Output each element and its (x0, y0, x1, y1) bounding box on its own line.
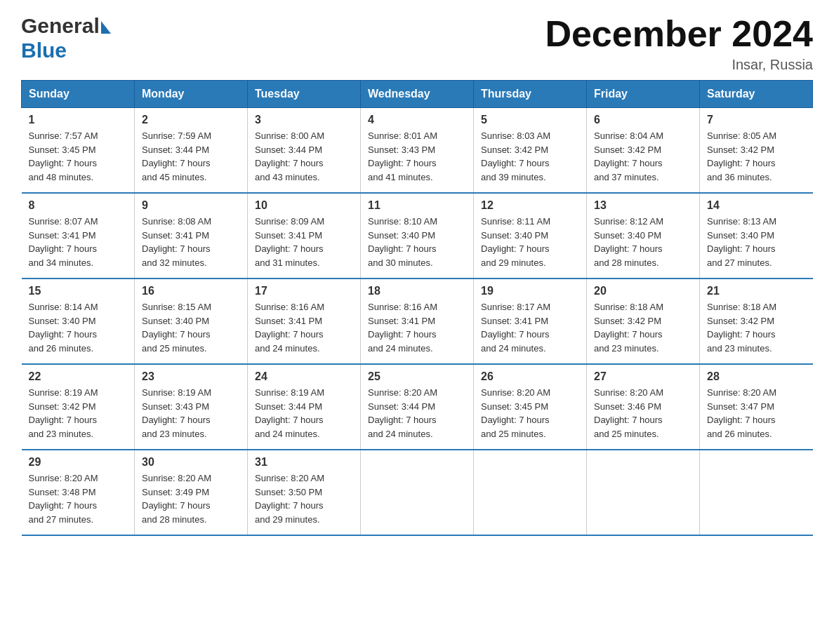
day-info: Sunrise: 8:03 AMSunset: 3:42 PMDaylight:… (481, 129, 579, 184)
day-info: Sunrise: 8:17 AMSunset: 3:41 PMDaylight:… (481, 300, 579, 355)
day-number: 28 (707, 370, 806, 383)
day-info: Sunrise: 8:05 AMSunset: 3:42 PMDaylight:… (707, 129, 806, 184)
day-cell: 25Sunrise: 8:20 AMSunset: 3:44 PMDayligh… (361, 364, 474, 450)
header-tuesday: Tuesday (248, 81, 361, 108)
logo-blue-text: Blue (21, 39, 67, 62)
calendar-table: SundayMondayTuesdayWednesdayThursdayFrid… (21, 80, 813, 536)
day-info: Sunrise: 8:15 AMSunset: 3:40 PMDaylight:… (142, 300, 240, 355)
day-info: Sunrise: 8:16 AMSunset: 3:41 PMDaylight:… (255, 300, 353, 355)
day-number: 26 (481, 370, 579, 383)
day-info: Sunrise: 8:20 AMSunset: 3:48 PMDaylight:… (29, 471, 128, 526)
day-info: Sunrise: 8:19 AMSunset: 3:43 PMDaylight:… (142, 386, 240, 441)
day-cell: 22Sunrise: 8:19 AMSunset: 3:42 PMDayligh… (22, 364, 135, 450)
day-cell: 18Sunrise: 8:16 AMSunset: 3:41 PMDayligh… (361, 279, 474, 364)
day-number: 24 (255, 370, 353, 383)
day-info: Sunrise: 8:20 AMSunset: 3:50 PMDaylight:… (255, 471, 353, 526)
day-cell: 2Sunrise: 7:59 AMSunset: 3:44 PMDaylight… (135, 108, 248, 194)
day-info: Sunrise: 8:10 AMSunset: 3:40 PMDaylight:… (368, 215, 466, 269)
day-cell (474, 450, 587, 535)
day-cell: 6Sunrise: 8:04 AMSunset: 3:42 PMDaylight… (587, 108, 700, 194)
day-info: Sunrise: 8:07 AMSunset: 3:41 PMDaylight:… (29, 215, 128, 269)
day-cell: 23Sunrise: 8:19 AMSunset: 3:43 PMDayligh… (135, 364, 248, 450)
day-number: 21 (707, 285, 806, 297)
day-cell: 4Sunrise: 8:01 AMSunset: 3:43 PMDaylight… (361, 108, 474, 194)
day-number: 31 (255, 456, 353, 469)
week-row-5: 29Sunrise: 8:20 AMSunset: 3:48 PMDayligh… (22, 450, 813, 535)
day-info: Sunrise: 8:19 AMSunset: 3:44 PMDaylight:… (255, 386, 353, 441)
day-cell: 19Sunrise: 8:17 AMSunset: 3:41 PMDayligh… (474, 279, 587, 364)
day-number: 16 (142, 285, 240, 297)
day-info: Sunrise: 8:16 AMSunset: 3:41 PMDaylight:… (368, 300, 466, 355)
day-number: 19 (481, 285, 579, 297)
day-info: Sunrise: 8:11 AMSunset: 3:40 PMDaylight:… (481, 215, 579, 269)
logo-general-text: General (21, 14, 100, 37)
header-friday: Friday (587, 81, 700, 108)
day-cell: 8Sunrise: 8:07 AMSunset: 3:41 PMDaylight… (22, 193, 135, 279)
day-info: Sunrise: 8:14 AMSunset: 3:40 PMDaylight:… (29, 300, 128, 355)
day-cell: 1Sunrise: 7:57 AMSunset: 3:45 PMDaylight… (22, 108, 135, 194)
logo: General Blue (21, 14, 111, 62)
day-cell: 17Sunrise: 8:16 AMSunset: 3:41 PMDayligh… (248, 279, 361, 364)
day-cell: 16Sunrise: 8:15 AMSunset: 3:40 PMDayligh… (135, 279, 248, 364)
header-sunday: Sunday (22, 81, 135, 108)
header-wednesday: Wednesday (361, 81, 474, 108)
day-number: 25 (368, 370, 466, 383)
day-number: 13 (594, 199, 692, 212)
day-number: 6 (594, 114, 692, 126)
day-number: 14 (707, 199, 806, 212)
day-cell: 29Sunrise: 8:20 AMSunset: 3:48 PMDayligh… (22, 450, 135, 535)
week-row-1: 1Sunrise: 7:57 AMSunset: 3:45 PMDaylight… (22, 108, 813, 194)
week-row-3: 15Sunrise: 8:14 AMSunset: 3:40 PMDayligh… (22, 279, 813, 364)
day-info: Sunrise: 8:12 AMSunset: 3:40 PMDaylight:… (594, 215, 692, 269)
calendar-header-row: SundayMondayTuesdayWednesdayThursdayFrid… (22, 81, 813, 108)
day-number: 22 (29, 370, 128, 383)
title-area: December 2024 Insar, Russia (545, 14, 813, 73)
day-info: Sunrise: 8:08 AMSunset: 3:41 PMDaylight:… (142, 215, 240, 269)
day-cell: 7Sunrise: 8:05 AMSunset: 3:42 PMDaylight… (700, 108, 813, 194)
calendar-title: December 2024 (545, 14, 813, 54)
logo-arrow-icon (101, 21, 111, 34)
day-info: Sunrise: 8:18 AMSunset: 3:42 PMDaylight:… (594, 300, 692, 355)
day-cell: 10Sunrise: 8:09 AMSunset: 3:41 PMDayligh… (248, 193, 361, 279)
day-cell: 21Sunrise: 8:18 AMSunset: 3:42 PMDayligh… (700, 279, 813, 364)
day-number: 27 (594, 370, 692, 383)
day-number: 8 (29, 199, 128, 212)
day-number: 17 (255, 285, 353, 297)
day-info: Sunrise: 8:09 AMSunset: 3:41 PMDaylight:… (255, 215, 353, 269)
calendar-subtitle: Insar, Russia (545, 57, 813, 73)
day-info: Sunrise: 8:18 AMSunset: 3:42 PMDaylight:… (707, 300, 806, 355)
day-info: Sunrise: 8:13 AMSunset: 3:40 PMDaylight:… (707, 215, 806, 269)
day-cell: 27Sunrise: 8:20 AMSunset: 3:46 PMDayligh… (587, 364, 700, 450)
day-cell: 13Sunrise: 8:12 AMSunset: 3:40 PMDayligh… (587, 193, 700, 279)
day-number: 15 (29, 285, 128, 297)
day-info: Sunrise: 7:59 AMSunset: 3:44 PMDaylight:… (142, 129, 240, 184)
week-row-4: 22Sunrise: 8:19 AMSunset: 3:42 PMDayligh… (22, 364, 813, 450)
day-info: Sunrise: 8:20 AMSunset: 3:44 PMDaylight:… (368, 386, 466, 441)
day-cell: 3Sunrise: 8:00 AMSunset: 3:44 PMDaylight… (248, 108, 361, 194)
day-cell (700, 450, 813, 535)
header-thursday: Thursday (474, 81, 587, 108)
day-number: 23 (142, 370, 240, 383)
day-number: 11 (368, 199, 466, 212)
day-info: Sunrise: 8:20 AMSunset: 3:49 PMDaylight:… (142, 471, 240, 526)
day-cell: 5Sunrise: 8:03 AMSunset: 3:42 PMDaylight… (474, 108, 587, 194)
day-info: Sunrise: 8:20 AMSunset: 3:47 PMDaylight:… (707, 386, 806, 441)
day-number: 4 (368, 114, 466, 126)
day-number: 9 (142, 199, 240, 212)
day-number: 7 (707, 114, 806, 126)
day-number: 10 (255, 199, 353, 212)
day-cell: 24Sunrise: 8:19 AMSunset: 3:44 PMDayligh… (248, 364, 361, 450)
day-cell (587, 450, 700, 535)
day-number: 1 (29, 114, 128, 126)
day-cell: 31Sunrise: 8:20 AMSunset: 3:50 PMDayligh… (248, 450, 361, 535)
day-cell: 11Sunrise: 8:10 AMSunset: 3:40 PMDayligh… (361, 193, 474, 279)
day-number: 12 (481, 199, 579, 212)
day-cell: 28Sunrise: 8:20 AMSunset: 3:47 PMDayligh… (700, 364, 813, 450)
day-cell: 30Sunrise: 8:20 AMSunset: 3:49 PMDayligh… (135, 450, 248, 535)
day-cell (361, 450, 474, 535)
day-info: Sunrise: 8:01 AMSunset: 3:43 PMDaylight:… (368, 129, 466, 184)
day-cell: 14Sunrise: 8:13 AMSunset: 3:40 PMDayligh… (700, 193, 813, 279)
header-monday: Monday (135, 81, 248, 108)
day-info: Sunrise: 8:20 AMSunset: 3:46 PMDaylight:… (594, 386, 692, 441)
day-info: Sunrise: 8:00 AMSunset: 3:44 PMDaylight:… (255, 129, 353, 184)
